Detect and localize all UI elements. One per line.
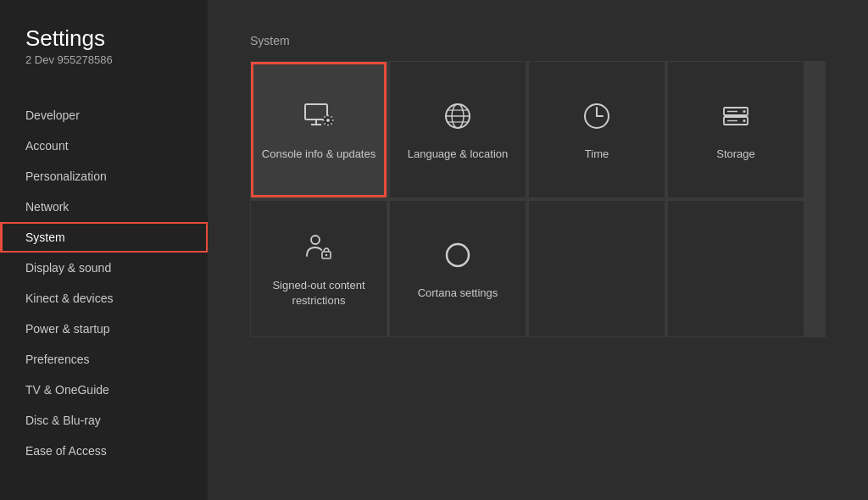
svg-point-23 (452, 249, 464, 261)
tiles-grid: Console info & updates Language & locati… (250, 61, 826, 337)
tile-empty-2 (668, 201, 804, 336)
svg-point-4 (326, 119, 330, 122)
sidebar-item-account[interactable]: Account (0, 131, 208, 161)
sidebar-item-personalization[interactable]: Personalization (0, 161, 208, 192)
console-info-icon (300, 97, 337, 135)
sidebar-item-preferences[interactable]: Preferences (0, 344, 208, 375)
sidebar-item-selected-indicator (0, 222, 208, 253)
svg-point-19 (311, 236, 320, 244)
tile-signed-out-content[interactable]: Signed-out content restrictions (251, 201, 387, 336)
cortana-icon (439, 236, 476, 274)
tile-storage-label: Storage (716, 147, 755, 162)
sidebar-item-kinect-devices[interactable]: Kinect & devices (0, 283, 208, 314)
svg-point-21 (326, 254, 327, 256)
svg-rect-0 (305, 104, 327, 119)
tile-console-info-label: Console info & updates (262, 147, 376, 162)
main-content: System Console info & updates (208, 0, 868, 500)
svg-point-15 (743, 110, 746, 113)
sidebar-item-display-sound[interactable]: Display & sound (0, 253, 208, 283)
svg-point-16 (743, 119, 746, 122)
tile-time-label: Time (585, 147, 609, 162)
sidebar-item-ease-of-access[interactable]: Ease of Access (0, 436, 208, 466)
sidebar: Settings 2 Dev 955278586 DeveloperAccoun… (0, 0, 208, 500)
signed-out-content-icon (300, 229, 337, 266)
sidebar-item-tv-oneguide[interactable]: TV & OneGuide (0, 375, 208, 405)
storage-icon (717, 97, 754, 135)
section-title: System (250, 34, 826, 47)
settings-title: Settings (25, 25, 182, 52)
sidebar-item-power-startup[interactable]: Power & startup (0, 314, 208, 344)
time-icon (578, 97, 615, 135)
tile-empty-1 (529, 201, 665, 336)
tile-time[interactable]: Time (529, 62, 665, 197)
tile-storage[interactable]: Storage (668, 62, 804, 197)
svg-point-22 (447, 244, 469, 266)
sidebar-item-network[interactable]: Network (0, 192, 208, 222)
language-location-icon (439, 97, 476, 135)
device-subtitle: 2 Dev 955278586 (25, 53, 182, 66)
tile-language-location[interactable]: Language & location (390, 62, 526, 197)
sidebar-item-disc-bluray[interactable]: Disc & Blu-ray (0, 405, 208, 436)
sidebar-item-system[interactable]: System (0, 222, 208, 253)
tile-language-location-label: Language & location (408, 147, 509, 162)
tile-cortana-settings[interactable]: Cortana settings (390, 201, 526, 336)
sidebar-header: Settings 2 Dev 955278586 (0, 25, 208, 92)
sidebar-item-developer[interactable]: Developer (0, 100, 208, 131)
tile-cortana-settings-label: Cortana settings (418, 286, 498, 301)
sidebar-nav: DeveloperAccountPersonalizationNetworkSy… (0, 92, 208, 500)
tile-signed-out-content-label: Signed-out content restrictions (259, 278, 378, 308)
tile-console-info-updates[interactable]: Console info & updates (251, 62, 387, 197)
